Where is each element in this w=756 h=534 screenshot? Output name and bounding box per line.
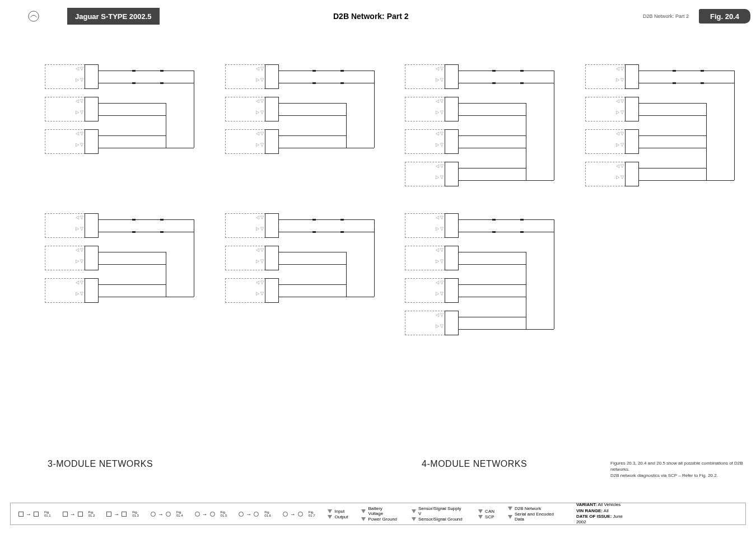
module-block: ◁ ▽▷ ▽ [45,278,99,303]
module-block: ◁ ▽▷ ▽ [405,162,459,186]
note-line: Figures 20.3, 20.4 and 20.5 show all pos… [610,460,745,472]
legend-footer: →Fig. 01.1 →Fig. 01.2 →Fig. 01.3 →Fig. 0… [10,503,746,525]
jaguar-logo [0,8,67,25]
module-block: ◁ ▽▷ ▽ [225,129,279,154]
page-title: D2B Network: Part 2 [160,8,582,25]
module-block: ◁ ▽▷ ▽ [45,97,99,121]
module-block: ◁ ▽▷ ▽ [405,129,459,154]
module-block: ◁ ▽▷ ▽ [585,129,639,154]
figure-number: Fig. 20.4 [699,9,750,24]
module-block: ◁ ▽▷ ▽ [225,246,279,270]
doc-metadata: VARIANT: All Vehicles VIN RANGE: All DAT… [571,502,745,526]
network-grid: ◁ ▽▷ ▽ ◁ ▽▷ ▽ ◁ ▽▷ ▽ ◁ ▽▷ ▽ ◁ ▽▷ ▽ ◁ ▽▷ … [45,64,745,345]
network-col: ◁ ▽▷ ▽ ◁ ▽▷ ▽ ◁ ▽▷ ▽ ◁ ▽▷ ▽ [585,64,745,196]
doc-title: Jaguar S-TYPE 2002.5 [67,8,160,25]
module-block: ◁ ▽▷ ▽ [45,64,99,89]
figure-notes: Figures 20.3, 20.4 and 20.5 show all pos… [610,460,745,479]
module-block: ◁ ▽▷ ▽ [405,311,459,335]
network-col: ◁ ▽▷ ▽ ◁ ▽▷ ▽ ◁ ▽▷ ▽ [45,64,205,196]
module-block: ◁ ▽▷ ▽ [585,162,639,186]
module-block: ◁ ▽▷ ▽ [405,213,459,238]
network-col: ◁ ▽▷ ▽ ◁ ▽▷ ▽ ◁ ▽▷ ▽ [225,64,385,196]
module-block: ◁ ▽▷ ▽ [405,97,459,121]
module-block: ◁ ▽▷ ▽ [585,64,639,89]
module-block: ◁ ▽▷ ▽ [45,213,99,238]
module-block: ◁ ▽▷ ▽ [225,278,279,303]
network-col [585,213,745,345]
module-block: ◁ ▽▷ ▽ [405,278,459,303]
fig-reference-icons: →Fig. 01.1 →Fig. 01.2 →Fig. 01.3 →Fig. 0… [11,510,321,517]
network-col: ◁ ▽▷ ▽ ◁ ▽▷ ▽ ◁ ▽▷ ▽ [225,213,385,345]
svg-point-0 [29,11,39,21]
diagram-area: ◁ ▽▷ ▽ ◁ ▽▷ ▽ ◁ ▽▷ ▽ ◁ ▽▷ ▽ ◁ ▽▷ ▽ ◁ ▽▷ … [45,64,745,444]
module-block: ◁ ▽▷ ▽ [45,129,99,154]
module-block: ◁ ▽▷ ▽ [225,213,279,238]
note-line: D2B network diagnostics via SCP – Refer … [610,472,745,479]
section-4-module: 4-MODULE NETWORKS [422,459,527,469]
section-titles: 3-MODULE NETWORKS 4-MODULE NETWORKS [48,459,527,469]
module-block: ◁ ▽▷ ▽ [405,64,459,89]
breadcrumb-label: D2B Network: Part 2 [643,13,689,19]
triangle-icon [328,509,332,513]
module-block: ◁ ▽▷ ▽ [585,97,639,121]
module-block: ◁ ▽▷ ▽ [225,64,279,89]
network-col: ◁ ▽▷ ▽ ◁ ▽▷ ▽ ◁ ▽▷ ▽ [45,213,205,345]
network-col: ◁ ▽▷ ▽ ◁ ▽▷ ▽ ◁ ▽▷ ▽ ◁ ▽▷ ▽ [405,213,565,345]
header-right: D2B Network: Part 2 Fig. 20.4 [582,8,756,25]
module-block: ◁ ▽▷ ▽ [225,97,279,121]
section-3-module: 3-MODULE NETWORKS [48,459,153,469]
module-block: ◁ ▽▷ ▽ [405,246,459,270]
module-block: ◁ ▽▷ ▽ [45,246,99,270]
page-header: Jaguar S-TYPE 2002.5 D2B Network: Part 2… [0,8,756,25]
network-col: ◁ ▽▷ ▽ ◁ ▽▷ ▽ ◁ ▽▷ ▽ ◁ ▽▷ ▽ [405,64,565,196]
